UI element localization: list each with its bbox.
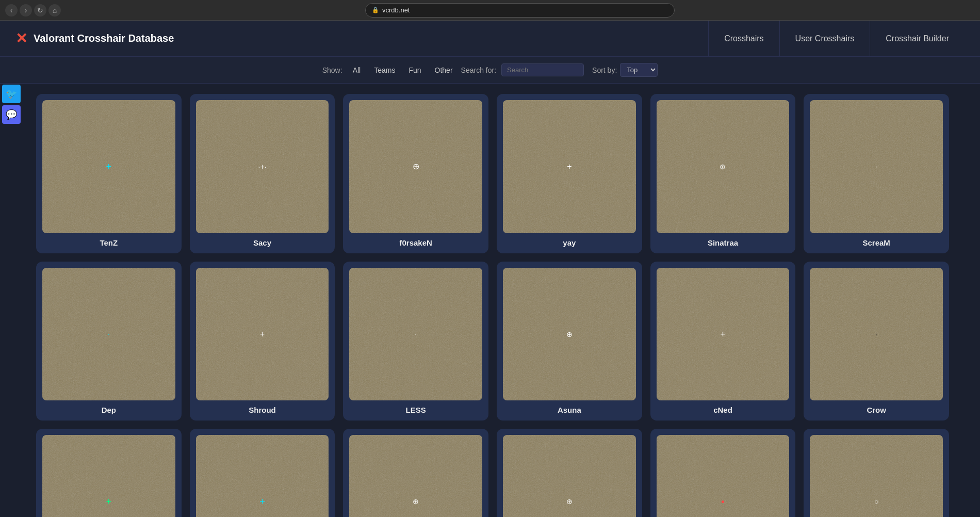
filter-teams[interactable]: Teams — [369, 64, 400, 76]
crosshair-grid: +TenZ ·+·Sacy ⊕f0rsakeN +yay ⊕Sinatraa ·… — [36, 94, 949, 517]
crosshair-card[interactable]: ○Lakia — [804, 429, 949, 517]
home-button[interactable]: ⌂ — [48, 4, 61, 17]
crosshair-card[interactable]: ⊕f0rsakeN — [343, 94, 488, 253]
crosshair-card[interactable]: ·Crow — [804, 262, 949, 421]
crosshair-preview: · — [349, 268, 482, 401]
app-title: Valorant Crosshair Database — [34, 33, 174, 44]
crosshair-symbol: + — [259, 497, 265, 506]
crosshair-symbol: ⊕ — [413, 498, 419, 505]
nav-crosshairs[interactable]: Crosshairs — [708, 21, 779, 57]
crosshair-symbol: + — [106, 497, 112, 506]
crosshair-card[interactable]: +ShahZaM — [36, 429, 182, 517]
main-content: +TenZ ·+·Sacy ⊕f0rsakeN +yay ⊕Sinatraa ·… — [0, 84, 980, 517]
crosshair-symbol: ·+· — [258, 163, 267, 170]
crosshair-name: Crow — [867, 406, 886, 414]
twitter-button[interactable]: 🐦 — [2, 85, 21, 103]
crosshair-name: LESS — [406, 406, 426, 414]
discord-button[interactable]: 💬 — [2, 105, 21, 124]
crosshair-card[interactable]: +Cryo — [190, 429, 335, 517]
crosshair-card[interactable]: +yay — [497, 94, 642, 253]
nav-user-crosshairs[interactable]: User Crosshairs — [779, 21, 870, 57]
sort-select[interactable]: Top New Name — [620, 63, 658, 77]
crosshair-preview: + — [196, 268, 329, 401]
crosshair-preview: + — [42, 435, 175, 517]
app-logo[interactable]: ✕ Valorant Crosshair Database — [15, 30, 174, 47]
browser-chrome: ‹ › ↻ ⌂ 🔒 vcrdb.net — [0, 0, 980, 21]
crosshair-name: ScreaM — [862, 238, 890, 247]
crosshair-preview: · — [810, 100, 943, 233]
back-button[interactable]: ‹ — [5, 4, 18, 17]
address-bar[interactable]: 🔒 vcrdb.net — [365, 3, 675, 18]
crosshair-preview: ⊕ — [349, 100, 482, 233]
crosshair-symbol: ○ — [874, 498, 878, 505]
crosshair-card[interactable]: ·+·Sacy — [190, 94, 335, 253]
discord-icon: 💬 — [6, 109, 17, 120]
crosshair-card[interactable]: ·LESS — [343, 262, 488, 421]
forward-button[interactable]: › — [20, 4, 32, 17]
crosshair-card[interactable]: ·Dep — [36, 262, 182, 421]
crosshair-card[interactable]: ⊕nAts — [343, 429, 488, 517]
social-sidebar: 🐦 💬 — [0, 83, 23, 126]
crosshair-preview: + — [196, 435, 329, 517]
crosshair-preview: · — [810, 268, 943, 401]
crosshair-preview: ·+· — [196, 100, 329, 233]
crosshair-symbol: + — [106, 162, 112, 171]
crosshair-symbol: ⊕ — [566, 331, 573, 338]
crosshair-name: yay — [563, 238, 576, 247]
crosshair-symbol: ⊕ — [720, 163, 726, 170]
crosshair-name: f0rsakeN — [399, 238, 432, 247]
crosshair-card[interactable]: +Shroud — [190, 262, 335, 421]
crosshair-symbol: + — [720, 330, 726, 339]
lock-icon: 🔒 — [372, 7, 379, 13]
crosshair-name: TenZ — [100, 238, 118, 247]
filter-all[interactable]: All — [348, 64, 366, 76]
crosshair-symbol: ● — [721, 498, 725, 505]
crosshair-preview: ⊕ — [349, 435, 482, 517]
twitter-icon: 🐦 — [6, 88, 17, 100]
crosshair-preview: + — [657, 268, 790, 401]
crosshair-name: Dep — [102, 406, 116, 414]
crosshair-symbol: · — [415, 331, 416, 337]
crosshair-name: cNed — [713, 406, 732, 414]
crosshair-symbol: + — [260, 330, 265, 338]
crosshair-card[interactable]: ·ScreaM — [804, 94, 949, 253]
crosshair-preview: + — [503, 100, 636, 233]
crosshair-name: Sacy — [253, 238, 271, 247]
filter-other[interactable]: Other — [430, 64, 458, 76]
crosshair-symbol: ⊕ — [413, 163, 419, 171]
crosshair-preview: ⊕ — [657, 100, 790, 233]
crosshair-symbol: · — [875, 164, 877, 170]
crosshair-card[interactable]: ⊕Asuna — [497, 262, 642, 421]
crosshair-symbol: · — [108, 331, 109, 337]
search-label: Search for: — [461, 66, 496, 74]
crosshair-symbol: · — [875, 331, 877, 338]
crosshair-preview: ⊕ — [503, 435, 636, 517]
crosshair-name: Shroud — [249, 406, 276, 414]
crosshair-preview: ⊕ — [503, 268, 636, 401]
crosshair-card[interactable]: +cNed — [650, 262, 796, 421]
refresh-button[interactable]: ↻ — [34, 4, 46, 17]
crosshair-card[interactable]: ⊕Jinggg — [497, 429, 642, 517]
crosshair-card[interactable]: ●Koldamenta — [650, 429, 796, 517]
crosshair-card[interactable]: +TenZ — [36, 94, 182, 253]
search-input[interactable] — [501, 63, 584, 76]
crosshair-preview: + — [42, 100, 175, 233]
crosshair-preview: ● — [657, 435, 790, 517]
crosshair-symbol: ⊕ — [566, 498, 573, 505]
sort-label: Sort by: — [592, 66, 617, 74]
filter-fun[interactable]: Fun — [403, 64, 426, 76]
crosshair-card[interactable]: ⊕Sinatraa — [650, 94, 796, 253]
nav-crosshair-builder[interactable]: Crosshair Builder — [870, 21, 965, 57]
crosshair-name: Asuna — [558, 406, 581, 414]
logo-icon: ✕ — [15, 30, 27, 47]
crosshair-preview: · — [42, 268, 175, 401]
header-nav: Crosshairs User Crosshairs Crosshair Bui… — [708, 21, 965, 57]
app-header: ✕ Valorant Crosshair Database Crosshairs… — [0, 21, 980, 57]
url-text: vcrdb.net — [382, 6, 410, 14]
crosshair-name: Sinatraa — [708, 238, 738, 247]
filter-bar: Show: All Teams Fun Other Search for: So… — [0, 57, 980, 84]
crosshair-preview: ○ — [810, 435, 943, 517]
show-label: Show: — [322, 66, 342, 74]
nav-buttons: ‹ › ↻ ⌂ — [5, 4, 61, 17]
crosshair-symbol: + — [567, 163, 571, 171]
